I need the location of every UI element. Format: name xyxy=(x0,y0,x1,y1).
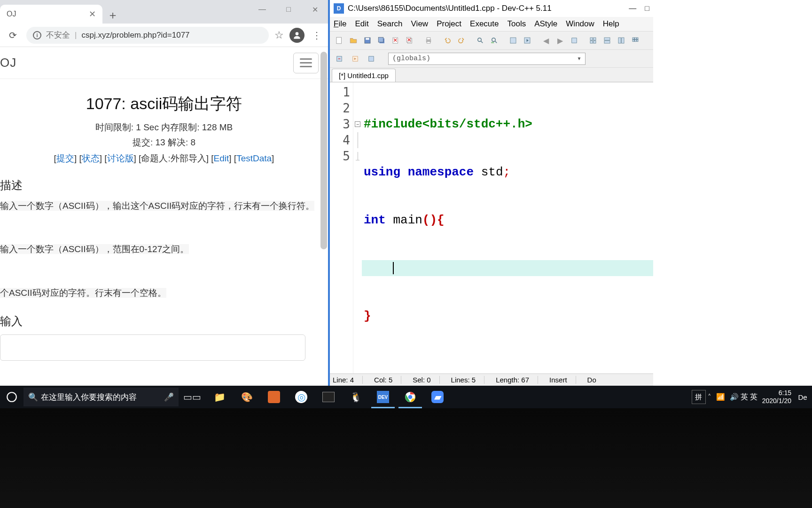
undo-icon[interactable] xyxy=(441,34,454,47)
goto-icon[interactable] xyxy=(568,34,581,47)
link-discuss[interactable]: 讨论版 xyxy=(107,153,134,163)
menu-execute[interactable]: Execute xyxy=(470,19,499,29)
print-icon[interactable] xyxy=(422,34,435,47)
scrollbar-thumb[interactable] xyxy=(320,52,327,249)
zoom-button[interactable]: ▰ xyxy=(424,386,451,408)
save-icon[interactable] xyxy=(361,34,374,47)
app-blue-button[interactable]: ◎ xyxy=(288,386,315,408)
chevron-up-icon[interactable]: ˄ xyxy=(708,393,711,401)
editor-tabstrip: [*] Untitled1.cpp xyxy=(330,68,653,82)
site-logo[interactable]: OJ xyxy=(0,56,16,70)
minimize-button[interactable]: — xyxy=(249,0,275,19)
compile-icon[interactable] xyxy=(507,34,520,47)
menu-edit[interactable]: Edit xyxy=(355,19,368,29)
close-button[interactable]: ✕ xyxy=(302,0,328,19)
network-icon[interactable]: 📶 xyxy=(716,393,725,401)
app-red-button[interactable]: 🐧 xyxy=(342,386,369,408)
minimize-button[interactable]: — xyxy=(629,4,636,13)
stop-icon[interactable] xyxy=(365,52,378,65)
paint-button[interactable]: 🎨 xyxy=(233,386,260,408)
devcpp-titlebar[interactable]: D C:\Users\86155\Documents\Untitled1.cpp… xyxy=(330,0,653,17)
bookmark-icon[interactable]: ▶ xyxy=(554,34,567,47)
separator: | xyxy=(75,31,77,40)
code-editor[interactable]: 1 2 3 4 5 − #include<bits/stdc++.h> usin… xyxy=(330,82,653,373)
redo-icon[interactable] xyxy=(455,34,468,47)
browser-tab[interactable]: OJ ✕ xyxy=(0,5,102,24)
svg-rect-21 xyxy=(593,41,596,43)
start-button[interactable] xyxy=(0,386,23,408)
link-submit[interactable]: 提交 xyxy=(56,153,74,163)
saveall-icon[interactable] xyxy=(375,34,388,47)
sample-input-box[interactable] xyxy=(0,334,305,361)
explorer-button[interactable]: 📁 xyxy=(206,386,233,408)
svg-rect-24 xyxy=(618,38,621,43)
insert-icon[interactable]: ◀ xyxy=(539,34,553,47)
new-tab-button[interactable]: ＋ xyxy=(104,7,121,24)
profile-button[interactable] xyxy=(289,28,304,43)
language-indicator[interactable]: 英 英 xyxy=(741,392,757,402)
link-testdata[interactable]: TestData xyxy=(236,153,272,163)
svg-rect-15 xyxy=(510,38,516,43)
menu-file[interactable]: FFileile xyxy=(334,19,346,29)
mic-icon[interactable]: 🎤 xyxy=(164,392,174,402)
code-line-3: int main(){ xyxy=(362,212,653,228)
svg-rect-18 xyxy=(590,38,593,40)
menu-astyle[interactable]: AStyle xyxy=(534,19,557,29)
volume-icon[interactable]: 🔊 xyxy=(730,393,739,401)
fold-toggle-icon[interactable]: − xyxy=(355,121,360,127)
scope-combo[interactable]: (globals) ▾ xyxy=(388,53,586,65)
search-box[interactable]: 🔍 在这里输入你要搜索的内容 🎤 xyxy=(23,388,179,406)
tray-icons[interactable]: ˄ 📶 🔊 xyxy=(708,393,739,401)
problem-stats: 提交: 13 解决: 8 xyxy=(0,136,328,149)
replace-icon[interactable] xyxy=(488,34,501,47)
maximize-button[interactable]: □ xyxy=(645,4,649,13)
step-icon[interactable] xyxy=(349,52,362,65)
open-icon[interactable] xyxy=(347,34,360,47)
svg-rect-5 xyxy=(378,37,383,42)
code-area[interactable]: #include<bits/stdc++.h> using namespace … xyxy=(362,82,653,373)
grid4-icon[interactable] xyxy=(629,34,642,47)
status-sel: Sel: 0 xyxy=(413,376,439,384)
menu-tools[interactable]: Tools xyxy=(507,19,526,29)
link-edit[interactable]: Edit xyxy=(214,153,229,163)
app-orange-button[interactable] xyxy=(260,386,288,408)
clock[interactable]: 6:15 2020/1/20 xyxy=(759,389,794,405)
menu-help[interactable]: Help xyxy=(603,19,619,29)
text-input-desc: 输入一个数字（ASCII码），范围在0-127之间。 xyxy=(0,244,189,254)
run-icon[interactable] xyxy=(521,34,534,47)
hamburger-button[interactable] xyxy=(293,53,319,73)
grid1-icon[interactable] xyxy=(586,34,600,47)
new-icon[interactable] xyxy=(333,34,346,47)
maximize-button[interactable]: □ xyxy=(275,0,302,19)
menu-button[interactable]: ⋮ xyxy=(310,30,323,41)
close-icon[interactable]: ✕ xyxy=(89,9,96,19)
debug-icon[interactable] xyxy=(333,52,346,65)
editor-tab[interactable]: [*] Untitled1.cpp xyxy=(332,69,396,82)
grid2-icon[interactable] xyxy=(601,34,614,47)
menu-project[interactable]: Project xyxy=(437,19,461,29)
action-center[interactable]: De xyxy=(796,393,809,401)
menu-view[interactable]: View xyxy=(411,19,429,29)
reload-button[interactable]: ⟳ xyxy=(5,27,21,43)
chrome-taskbar-button[interactable] xyxy=(397,386,424,408)
svg-rect-20 xyxy=(590,41,593,43)
closeall-icon[interactable] xyxy=(403,34,416,47)
devcpp-taskbar-button[interactable]: DEV xyxy=(369,386,397,408)
link-status[interactable]: 状态 xyxy=(82,153,100,163)
address-bar[interactable]: i 不安全 | cspj.xyz/problem.php?id=1077 xyxy=(26,27,269,44)
ime-indicator[interactable]: 拼 xyxy=(692,390,706,404)
menu-window[interactable]: Window xyxy=(566,19,594,29)
terminal-button[interactable] xyxy=(315,386,342,408)
grid3-icon[interactable] xyxy=(615,34,628,47)
svg-rect-34 xyxy=(369,56,374,61)
find-icon[interactable] xyxy=(474,34,487,47)
browser-toolbar: ⟳ i 不安全 | cspj.xyz/problem.php?id=1077 ☆… xyxy=(0,24,328,47)
svg-rect-28 xyxy=(637,38,638,40)
browser-window: OJ ✕ ＋ — □ ✕ ⟳ i 不安全 | cspj.xyz/problem.… xyxy=(0,0,328,386)
browser-window-controls: — □ ✕ xyxy=(249,0,328,19)
info-icon[interactable]: i xyxy=(33,31,41,40)
menu-search[interactable]: Search xyxy=(377,19,403,29)
bookmark-icon[interactable]: ☆ xyxy=(274,29,284,41)
taskview-button[interactable]: ▭▭ xyxy=(179,386,206,408)
close-file-icon[interactable] xyxy=(389,34,402,47)
